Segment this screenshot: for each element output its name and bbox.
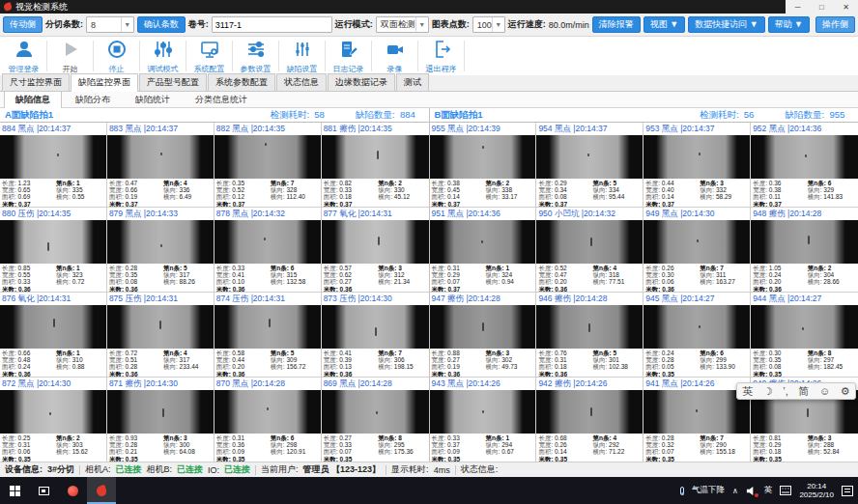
defect-cell[interactable]: 873 压伤 |20:14:30长度: 0.41宽度: 0.39面积: 0.13… [322, 293, 429, 378]
defect-cell[interactable]: 872 黑点 |20:14:30长度: 0.25宽度: 0.31面积: 0.06… [0, 378, 107, 462]
defect-cell[interactable]: 876 氧化 |20:14:31长度: 0.66宽度: 0.48面积: 0.24… [0, 293, 107, 378]
tab-sub-1[interactable]: 缺陷分布 [64, 91, 122, 109]
defect-image[interactable] [214, 390, 321, 434]
defect-image[interactable] [536, 305, 643, 349]
defect-image[interactable] [644, 305, 750, 349]
defect-image[interactable] [214, 135, 321, 179]
operate-side-button[interactable]: 操作侧 [815, 16, 855, 33]
defect-image[interactable] [107, 135, 214, 179]
ime-moon-icon[interactable]: ☽ [763, 383, 773, 399]
defect-image[interactable] [430, 390, 536, 434]
defect-image[interactable] [430, 220, 536, 264]
defect-image[interactable] [430, 305, 536, 349]
defect-cell[interactable]: 950 小凹坑 |20:14:32长度: 0.52宽度: 0.47面积: 0.2… [536, 208, 644, 293]
start-button[interactable]: 开始 [48, 37, 92, 74]
defect-settings-button[interactable]: 缺陷设置 [280, 37, 324, 74]
run-mode-dropdown[interactable]: 双面检测▼ [376, 16, 429, 33]
touch-keyboard-icon[interactable] [780, 486, 791, 495]
defect-cell[interactable]: 879 黑点 |20:14:33长度: 0.28宽度: 0.35面积: 0.08… [107, 208, 214, 293]
defect-image[interactable] [644, 390, 750, 434]
defect-cell[interactable]: 949 黑点 |20:14:30长度: 0.26宽度: 0.30面积: 0.06… [644, 208, 751, 293]
ime-punctuation-icon[interactable]: ’, [783, 383, 788, 399]
defect-image[interactable] [322, 305, 429, 349]
defect-image[interactable] [0, 135, 106, 179]
drive-side-button[interactable]: 传动侧 [3, 16, 43, 33]
defect-cell[interactable]: 943 黑点 |20:14:26长度: 0.33宽度: 0.37面积: 0.09… [430, 378, 537, 462]
defect-cell[interactable]: 877 氧化 |20:14:31长度: 0.57宽度: 0.62面积: 0.27… [322, 208, 429, 293]
defect-image[interactable] [644, 135, 750, 179]
log-record-button[interactable]: 日志记录 [327, 37, 370, 74]
defect-cell[interactable]: 881 擦伤 |20:14:35长度: 0.82宽度: 0.33面积: 0.18… [322, 123, 429, 208]
defect-image[interactable] [322, 390, 429, 434]
tab-main-4[interactable]: 状态信息 [276, 73, 327, 91]
defect-image[interactable] [214, 220, 321, 264]
tab-main-5[interactable]: 边缘数据记录 [328, 73, 395, 91]
defect-image[interactable] [0, 390, 106, 434]
taskbar-clock[interactable]: 20:14 2025/2/10 [799, 482, 834, 499]
defect-cell[interactable]: 954 黑点 |20:14:37长度: 0.29宽度: 0.34面积: 0.08… [536, 123, 644, 208]
defect-cell[interactable]: 946 擦伤 |20:14:28长度: 0.76宽度: 0.31面积: 0.18… [536, 293, 644, 378]
start-button[interactable] [0, 477, 29, 504]
quick-data-menu-button[interactable]: 数据快捷访问 ▼ [688, 16, 764, 33]
pinned-app-button[interactable] [58, 477, 87, 504]
param-settings-button[interactable]: 参数设置 [234, 37, 277, 74]
defect-image[interactable] [107, 220, 214, 264]
ime-tray-lang[interactable]: 英 [764, 485, 773, 496]
defect-image[interactable] [536, 135, 643, 179]
slit-count-dropdown[interactable]: 8▼ [86, 16, 134, 33]
view-menu-button[interactable]: 视图 ▼ [644, 16, 685, 33]
help-menu-button[interactable]: 帮助 ▼ [768, 16, 810, 33]
defect-image[interactable] [430, 135, 536, 179]
defect-image[interactable] [751, 305, 858, 349]
defect-image[interactable] [644, 220, 750, 264]
tab-sub-2[interactable]: 缺陷统计 [124, 91, 182, 109]
defect-cell[interactable]: 948 擦伤 |20:14:28长度: 1.05宽度: 0.24面积: 0.20… [751, 208, 858, 293]
weather-tray-item[interactable] [680, 487, 684, 495]
defect-image[interactable] [0, 220, 106, 264]
roll-number-input[interactable] [212, 16, 332, 33]
tab-main-1[interactable]: 缺陷监控界面 [71, 73, 138, 92]
defect-image[interactable] [0, 305, 106, 349]
defect-cell[interactable]: 942 擦伤 |20:14:26长度: 0.68宽度: 0.26面积: 0.14… [536, 378, 644, 462]
debug-mode-button[interactable]: 调试模式 [141, 37, 185, 74]
defect-cell[interactable]: 945 黑点 |20:14:27长度: 0.24宽度: 0.28面积: 0.05… [644, 293, 751, 378]
defect-image[interactable] [107, 390, 214, 434]
defect-cell[interactable]: 953 黑点 |20:14:37长度: 0.44宽度: 0.40面积: 0.14… [644, 123, 751, 208]
defect-cell[interactable]: 882 黑点 |20:14:35长度: 0.35宽度: 0.52面积: 0.12… [214, 123, 322, 208]
tab-main-3[interactable]: 系统参数配置 [208, 73, 275, 91]
defect-image[interactable] [214, 305, 321, 349]
defect-cell[interactable]: 875 压伤 |20:14:31长度: 0.72宽度: 0.51面积: 0.28… [107, 293, 214, 378]
defect-cell[interactable]: 878 黑点 |20:14:32长度: 0.33宽度: 0.41面积: 0.10… [214, 208, 322, 293]
defect-cell[interactable]: 883 黑点 |20:14:37长度: 0.47宽度: 0.66面积: 0.19… [107, 123, 214, 208]
action-center-icon[interactable] [842, 486, 853, 496]
defect-image[interactable] [322, 135, 429, 179]
defect-image[interactable] [751, 220, 858, 264]
maximize-button[interactable]: □ [810, 0, 834, 14]
ime-lang-toggle[interactable]: 英 [742, 383, 753, 399]
ime-simplified-toggle[interactable]: 简 [798, 383, 809, 399]
volume-tray-icon[interactable] [746, 486, 757, 496]
defect-cell[interactable]: 952 黑点 |20:14:36长度: 0.36宽度: 0.38面积: 0.11… [751, 123, 858, 208]
defect-image[interactable] [536, 220, 643, 264]
defect-cell[interactable]: 871 擦伤 |20:14:30长度: 0.93宽度: 0.28面积: 0.21… [107, 378, 214, 462]
defect-cell[interactable]: 944 黑点 |20:14:27长度: 0.30宽度: 0.35面积: 0.08… [751, 293, 858, 378]
inspection-app-button[interactable] [87, 477, 116, 504]
chart-points-dropdown[interactable]: 100▼ [472, 16, 505, 33]
defect-cell[interactable]: 884 黑点 |20:14:37长度: 1.23宽度: 0.65面积: 0.69… [0, 123, 107, 208]
tab-main-6[interactable]: 测试 [396, 73, 429, 91]
tab-main-0[interactable]: 尺寸监控界面 [2, 73, 70, 91]
defect-cell[interactable]: 947 擦伤 |20:14:28长度: 0.88宽度: 0.27面积: 0.19… [430, 293, 537, 378]
admin-login-button[interactable]: 管理登录 [2, 37, 45, 74]
record-video-button[interactable]: 录像 [373, 37, 416, 74]
task-view-button[interactable] [29, 477, 58, 504]
defect-cell[interactable]: 874 压伤 |20:14:31长度: 0.58宽度: 0.44面积: 0.20… [214, 293, 322, 378]
minimize-button[interactable]: ─ [786, 0, 810, 14]
clear-alarm-button[interactable]: 清除报警 [592, 16, 641, 33]
defect-cell[interactable]: 880 压伤 |20:14:35长度: 0.85宽度: 0.55面积: 0.33… [0, 208, 107, 293]
ime-emoji-icon[interactable]: ☺ [819, 383, 830, 399]
defect-cell[interactable]: 869 黑点 |20:14:28长度: 0.27宽度: 0.33面积: 0.07… [322, 378, 429, 462]
stop-button[interactable]: 停止 [95, 37, 138, 74]
defect-cell[interactable]: 955 黑点 |20:14:39长度: 0.38宽度: 0.45面积: 0.14… [430, 123, 537, 208]
tray-expand-chevron[interactable]: ∧ [732, 487, 738, 495]
tab-sub-3[interactable]: 分类信息统计 [184, 91, 259, 109]
